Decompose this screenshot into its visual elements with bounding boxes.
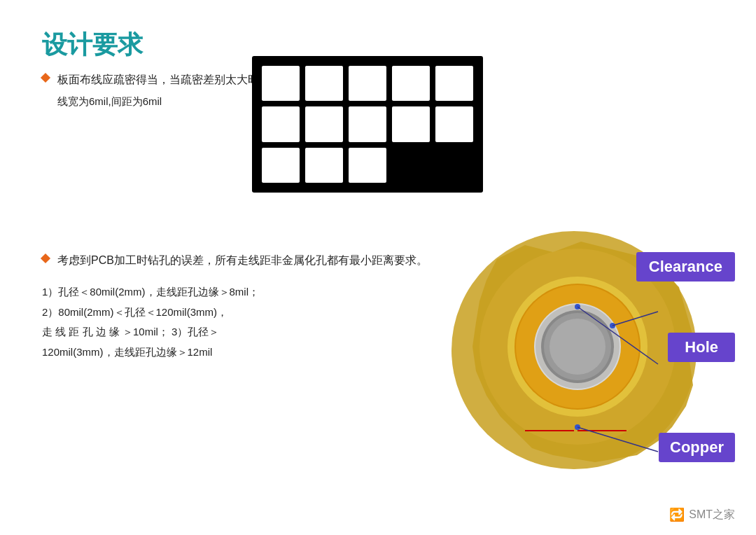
slide-container: 设计要求 板面布线应疏密得当，当疏密差别太大时应以网状铜箔填充；最小的网格 线宽… <box>0 0 756 535</box>
grid-copper-image <box>252 56 483 193</box>
grid-cell <box>262 66 300 101</box>
svg-point-10 <box>550 319 606 375</box>
grid-cell <box>349 106 386 141</box>
left-content: 板面布线应疏密得当，当疏密差别太大时应以网状铜箔填充；最小的网格 线宽为6mil… <box>42 70 448 362</box>
pcb-diagram-area: Clearance Hole Copper <box>441 210 735 490</box>
bullet-diamond-2 <box>41 253 50 263</box>
grid-cell <box>435 106 473 141</box>
grid-cell <box>305 106 343 141</box>
rule-2: 2）80mil(2mm)＜孔径＜120mil(3mm)， <box>42 303 448 323</box>
grid-cell <box>392 66 430 101</box>
copper-label: Copper <box>659 433 735 462</box>
rule-4: 120mil(3mm)，走线距孔边缘＞12mil <box>42 342 448 363</box>
grid-cell <box>392 106 430 141</box>
grid-cell <box>349 148 386 183</box>
bullet-item-2: 考虑到PCB加工时钻孔的误差，所有走线距非金属化孔都有最小距离要求。 <box>42 251 448 270</box>
grid-cell <box>305 148 343 183</box>
grid-cell <box>349 66 386 101</box>
rules-text: 1）孔径＜80mil(2mm)，走线距孔边缘＞8mil； 2）80mil(2mm… <box>42 282 448 362</box>
bullet-diamond-1 <box>41 73 50 83</box>
wechat-icon: 🔁 <box>669 507 685 522</box>
hole-label: Hole <box>668 333 735 362</box>
grid-cell <box>435 66 473 101</box>
grid-cell-empty <box>435 148 473 183</box>
grid-cell <box>262 106 300 141</box>
grid-cell <box>262 148 300 183</box>
watermark: 🔁 SMT之家 <box>669 507 735 522</box>
clearance-label: Clearance <box>636 252 735 282</box>
bullet2-text: 考虑到PCB加工时钻孔的误差，所有走线距非金属化孔都有最小距离要求。 <box>57 251 428 270</box>
rule-1: 1）孔径＜80mil(2mm)，走线距孔边缘＞8mil； <box>42 282 448 303</box>
grid-cell-empty <box>392 148 430 183</box>
watermark-text: SMT之家 <box>689 508 735 522</box>
grid-cell <box>305 66 343 101</box>
rule-3: 走 线 距 孔 边 缘 ＞10mil； 3）孔径＞ <box>42 322 448 342</box>
